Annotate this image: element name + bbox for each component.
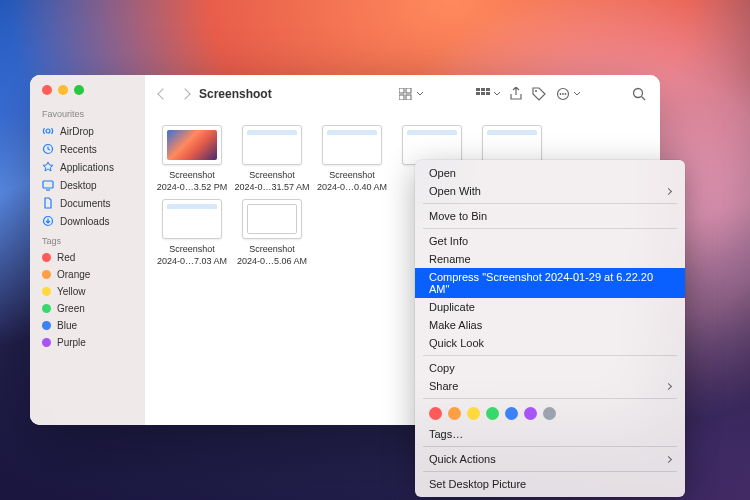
menu-item[interactable]: Tags… bbox=[415, 425, 685, 443]
sidebar-item-apps[interactable]: Applications bbox=[30, 158, 145, 176]
svg-rect-6 bbox=[406, 88, 411, 93]
svg-point-18 bbox=[562, 93, 564, 95]
menu-separator bbox=[423, 471, 677, 472]
sidebar-tag-yellow[interactable]: Yellow bbox=[30, 283, 145, 300]
menu-item[interactable]: Quick Look bbox=[415, 334, 685, 352]
sidebar-item-label: Downloads bbox=[60, 216, 109, 227]
menu-item-label: Make Alias bbox=[429, 319, 482, 331]
sidebar-tag-orange[interactable]: Orange bbox=[30, 266, 145, 283]
action-button[interactable] bbox=[556, 87, 580, 101]
menu-item-label: Open bbox=[429, 167, 456, 179]
file-item[interactable]: Screenshot2024-0…0.40 AM bbox=[313, 125, 391, 193]
tag-color-swatch[interactable] bbox=[448, 407, 461, 420]
tag-dot-icon bbox=[42, 304, 51, 313]
view-icon-button[interactable] bbox=[399, 88, 423, 100]
search-button[interactable] bbox=[632, 87, 646, 101]
menu-item[interactable]: Duplicate bbox=[415, 298, 685, 316]
menu-item[interactable]: Rename bbox=[415, 250, 685, 268]
menu-item[interactable]: Get Info bbox=[415, 232, 685, 250]
menu-item-label: Open With bbox=[429, 185, 481, 197]
sidebar-item-desktop[interactable]: Desktop bbox=[30, 176, 145, 194]
tag-color-swatch[interactable] bbox=[505, 407, 518, 420]
svg-rect-8 bbox=[406, 95, 411, 100]
sidebar-item-download[interactable]: Downloads bbox=[30, 212, 145, 230]
doc-icon bbox=[42, 197, 54, 209]
sidebar-tag-green[interactable]: Green bbox=[30, 300, 145, 317]
file-thumbnail bbox=[402, 125, 462, 165]
close-button[interactable] bbox=[42, 85, 52, 95]
menu-item[interactable]: Make Alias bbox=[415, 316, 685, 334]
menu-separator bbox=[423, 446, 677, 447]
window-title: Screenshoot bbox=[199, 87, 272, 101]
tag-color-swatch[interactable] bbox=[543, 407, 556, 420]
sidebar: Favourites AirDropRecentsApplicationsDes… bbox=[30, 75, 145, 425]
menu-item[interactable]: Copy bbox=[415, 359, 685, 377]
tag-color-swatch[interactable] bbox=[467, 407, 480, 420]
menu-item[interactable]: Compress "Screenshot 2024-01-29 at 6.22.… bbox=[415, 268, 685, 298]
chevron-right-icon bbox=[665, 382, 672, 389]
svg-rect-14 bbox=[486, 92, 490, 95]
sidebar-item-label: Applications bbox=[60, 162, 114, 173]
nav-buttons bbox=[159, 90, 189, 98]
share-button[interactable] bbox=[510, 87, 522, 101]
sidebar-item-airdrop[interactable]: AirDrop bbox=[30, 122, 145, 140]
menu-item-label: Set Desktop Picture bbox=[429, 478, 526, 490]
svg-rect-11 bbox=[486, 88, 490, 91]
menu-item[interactable]: Open bbox=[415, 164, 685, 182]
menu-item-label: Rename bbox=[429, 253, 471, 265]
menu-item-label: Get Info bbox=[429, 235, 468, 247]
group-button[interactable] bbox=[476, 88, 500, 100]
menu-item[interactable]: Move to Bin bbox=[415, 207, 685, 225]
apps-icon bbox=[42, 161, 54, 173]
file-item[interactable]: Screenshot2024-0…31.57 AM bbox=[233, 125, 311, 193]
minimize-button[interactable] bbox=[58, 85, 68, 95]
sidebar-item-label: Documents bbox=[60, 198, 111, 209]
sidebar-item-label: Desktop bbox=[60, 180, 97, 191]
file-name: Screenshot2024-0…5.06 AM bbox=[233, 244, 311, 267]
airdrop-icon bbox=[42, 125, 54, 137]
svg-rect-2 bbox=[43, 181, 53, 188]
tag-color-swatch[interactable] bbox=[486, 407, 499, 420]
svg-rect-10 bbox=[481, 88, 485, 91]
file-item[interactable]: Screenshot2024-0…3.52 PM bbox=[153, 125, 231, 193]
tags-button[interactable] bbox=[532, 87, 546, 101]
sidebar-item-label: Red bbox=[57, 252, 75, 263]
file-thumbnail bbox=[482, 125, 542, 165]
svg-line-21 bbox=[642, 96, 646, 100]
tag-color-swatch[interactable] bbox=[524, 407, 537, 420]
sidebar-tag-blue[interactable]: Blue bbox=[30, 317, 145, 334]
tag-dot-icon bbox=[42, 253, 51, 262]
menu-item[interactable]: Open With bbox=[415, 182, 685, 200]
zoom-button[interactable] bbox=[74, 85, 84, 95]
file-item[interactable]: Screenshot2024-0…5.06 AM bbox=[233, 199, 311, 267]
sidebar-tag-red[interactable]: Red bbox=[30, 249, 145, 266]
sidebar-section-tags: Tags bbox=[30, 230, 145, 249]
file-item[interactable]: Screenshot2024-0…7.03 AM bbox=[153, 199, 231, 267]
sidebar-item-label: Recents bbox=[60, 144, 97, 155]
sidebar-item-label: Green bbox=[57, 303, 85, 314]
svg-point-19 bbox=[564, 93, 566, 95]
menu-separator bbox=[423, 228, 677, 229]
file-thumbnail bbox=[242, 125, 302, 165]
clock-icon bbox=[42, 143, 54, 155]
forward-button[interactable] bbox=[179, 88, 190, 99]
svg-rect-12 bbox=[476, 92, 480, 95]
file-name: Screenshot2024-0…31.57 AM bbox=[233, 170, 311, 193]
menu-item[interactable]: Quick Actions bbox=[415, 450, 685, 468]
sidebar-tag-purple[interactable]: Purple bbox=[30, 334, 145, 351]
svg-point-17 bbox=[559, 93, 561, 95]
menu-item[interactable]: Set Desktop Picture bbox=[415, 475, 685, 493]
menu-item-label: Share bbox=[429, 380, 458, 392]
menu-item[interactable]: Share bbox=[415, 377, 685, 395]
tag-dot-icon bbox=[42, 321, 51, 330]
menu-separator bbox=[423, 398, 677, 399]
sidebar-item-clock[interactable]: Recents bbox=[30, 140, 145, 158]
back-button[interactable] bbox=[157, 88, 168, 99]
tag-color-swatch[interactable] bbox=[429, 407, 442, 420]
file-name: Screenshot2024-0…0.40 AM bbox=[313, 170, 391, 193]
svg-point-20 bbox=[634, 88, 643, 97]
sidebar-item-doc[interactable]: Documents bbox=[30, 194, 145, 212]
file-name: Screenshot2024-0…7.03 AM bbox=[153, 244, 231, 267]
chevron-right-icon bbox=[665, 187, 672, 194]
menu-item-label: Move to Bin bbox=[429, 210, 487, 222]
